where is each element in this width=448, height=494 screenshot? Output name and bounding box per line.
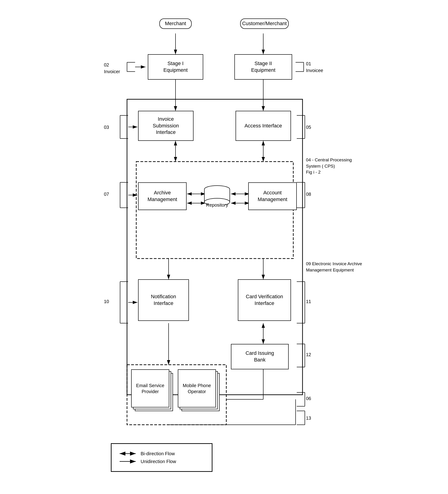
unidirection-arrow-icon — [118, 459, 137, 464]
repository-box: Repository — [201, 185, 233, 208]
bracket-12: 12 — [306, 352, 311, 357]
bidirection-arrow-icon — [118, 451, 137, 456]
unidirection-label: Unidirection Flow — [141, 459, 176, 464]
bracket-10: 10 — [104, 299, 109, 304]
card-issuing-bank-box: Card Issuing Bank — [231, 344, 289, 369]
bracket-11: 11 — [306, 299, 311, 304]
bracket-03: 03 — [104, 125, 109, 130]
notification-interface-box: Notification Interface — [138, 279, 189, 321]
repository-icon — [202, 185, 232, 205]
account-management-box: Account Management — [248, 182, 297, 210]
bracket-07: 07 — [104, 192, 109, 197]
mobile-phone-stack: Mobile Phone Operator — [178, 369, 221, 413]
bracket-09: 09 Electronic Invoice Archive Management… — [306, 261, 364, 273]
merchant-label: Merchant — [159, 18, 192, 29]
svg-rect-4 — [136, 161, 293, 259]
legend-box: Bi-direction Flow Unidirection Flow — [111, 443, 212, 472]
legend-bidirection-row: Bi-direction Flow — [118, 451, 205, 456]
diagram-svg — [97, 0, 351, 494]
archive-management-box: Archive Management — [138, 182, 187, 210]
bracket-01: 01 Invoicee — [306, 61, 323, 73]
access-interface-box: Access Interface — [236, 111, 291, 141]
bracket-05: 05 — [306, 125, 311, 130]
stage1-equipment-box: Stage I Equipment — [148, 54, 203, 80]
bracket-04: 04 - Central Processing System ( CPS) Fi… — [306, 157, 352, 175]
email-service-stack: Email Service Provider — [131, 369, 174, 413]
stage2-equipment-box: Stage II Equipment — [234, 54, 292, 80]
bracket-08: 08 — [306, 192, 311, 197]
bracket-13: 13 — [306, 416, 311, 421]
bidirection-label: Bi-direction Flow — [141, 451, 175, 456]
legend-unidirection-row: Unidirection Flow — [118, 459, 205, 464]
diagram-container: Merchant Customer/Merchant Stage I Equip… — [97, 0, 351, 494]
customer-merchant-label: Customer/Merchant — [240, 18, 289, 29]
repository-label: Repository — [206, 202, 228, 208]
bracket-06: 06 — [306, 396, 311, 401]
bracket-02: 02 Invoicer — [104, 62, 126, 74]
card-verification-box: Card Verification Interface — [238, 279, 291, 321]
invoice-submission-box: Invoice Submission Interface — [138, 111, 194, 141]
